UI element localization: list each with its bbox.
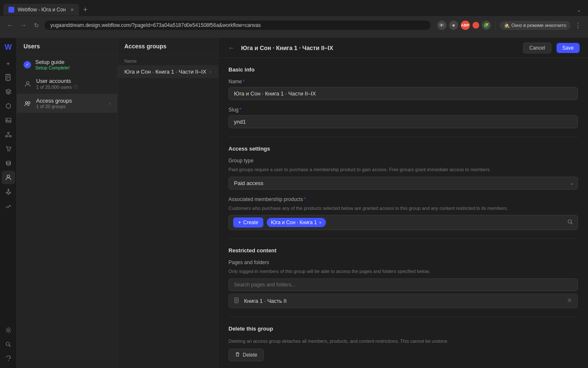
extension-red-icon[interactable]	[472, 22, 479, 29]
page-delete-button[interactable]	[567, 297, 572, 304]
svg-point-8	[10, 135, 11, 137]
user-accounts-title: User accounts	[36, 78, 110, 84]
browser-chrome: Webflow - Юга и Сон × + ⌄ ← → ↻ 👁 ★ ABP …	[0, 0, 588, 38]
group-type-label: Group type	[228, 158, 578, 164]
page-doc-icon	[234, 297, 240, 304]
incognito-button[interactable]: 🕵️ Окно в режиме инкогнито	[500, 21, 570, 30]
icon-rail: W +	[0, 38, 17, 368]
group-type-select-wrapper: Paid access Free access ⌄	[228, 177, 578, 190]
slug-required: *	[239, 107, 242, 113]
rail-webflow-logo[interactable]: W	[2, 40, 15, 54]
group-list-item[interactable]: Юга и Сон · Книга 1 · Части II–IX ›	[118, 65, 218, 78]
url-input[interactable]	[45, 21, 430, 30]
new-tab-button[interactable]: +	[81, 5, 90, 14]
section-divider-3	[228, 317, 578, 317]
svg-point-11	[6, 161, 10, 163]
membership-search-icon[interactable]	[567, 219, 573, 226]
create-plus-icon: +	[238, 220, 241, 225]
bookmark-icon[interactable]: ★	[449, 21, 458, 30]
tab-favicon	[8, 7, 14, 13]
main-header: ← Юга и Сон · Книга 1 · Части II–IX Canc…	[218, 38, 588, 58]
rail-layers-icon[interactable]	[2, 85, 15, 98]
setup-check-icon: ✓	[24, 61, 31, 69]
product-tag-close-button[interactable]: ×	[319, 220, 321, 225]
access-groups-chevron: ›	[109, 101, 110, 106]
svg-point-12	[7, 175, 10, 177]
group-type-form-group: Group type Paid groups require a user to…	[228, 158, 578, 190]
svg-point-16	[8, 189, 9, 191]
sidebar-item-access-groups[interactable]: Access groups 1 of 20 groups ›	[17, 94, 117, 113]
product-tag-name: Юга и Сон · Книга 1	[271, 220, 317, 225]
svg-point-13	[8, 193, 9, 195]
forward-nav-button[interactable]: →	[18, 21, 29, 30]
pages-form-group: Pages and folders Only logged-in members…	[228, 259, 578, 308]
membership-products-form-group: Associated membership products * Custome…	[228, 196, 578, 230]
main-content: ← Юга и Сон · Книга 1 · Части II–IX Canc…	[218, 38, 588, 368]
svg-point-21	[26, 101, 28, 103]
reload-button[interactable]: ↻	[32, 21, 41, 30]
delete-icon	[235, 352, 240, 358]
active-tab[interactable]: Webflow - Юга и Сон ×	[3, 4, 79, 16]
svg-point-20	[26, 82, 29, 84]
restricted-content-title: Restricted content	[228, 247, 578, 254]
create-label: Create	[243, 220, 258, 225]
rail-analytics-icon[interactable]	[2, 199, 15, 213]
access-groups-panel: Access groups Name Юга и Сон · Книга 1 ·…	[118, 38, 218, 368]
group-item-name: Юга и Сон · Книга 1 · Части II–IX	[124, 69, 210, 75]
rail-search-icon[interactable]	[2, 338, 15, 351]
section-divider-1	[228, 137, 578, 137]
pages-search-input[interactable]	[228, 278, 578, 291]
svg-rect-4	[6, 118, 11, 122]
rail-ecommerce-icon[interactable]	[2, 142, 15, 156]
address-bar: ← → ↻ 👁 ★ ABP 🧩 🕵️ Окно в режиме инкогни…	[0, 16, 588, 34]
group-type-select[interactable]: Paid access Free access	[228, 177, 578, 190]
sidebar-item-setup-guide[interactable]: ✓ Setup guide Setup Complete!	[17, 55, 117, 74]
tab-title: Webflow - Юга и Сон	[18, 7, 66, 13]
more-options-button[interactable]: ⋮	[573, 21, 583, 29]
rail-symbols-icon[interactable]	[2, 128, 15, 141]
svg-point-22	[28, 101, 30, 103]
membership-description: Customers who purchase any of the produc…	[228, 205, 578, 212]
sidebar-item-user-accounts-text: User accounts 1 of 20,000 users ⓘ	[36, 78, 110, 90]
rail-pages-icon[interactable]	[2, 71, 15, 84]
create-product-button[interactable]: + Create	[233, 217, 263, 228]
back-nav-button[interactable]: ←	[5, 21, 15, 30]
extensions-icon[interactable]: 🧩	[482, 21, 491, 30]
cancel-button[interactable]: Cancel	[523, 42, 551, 53]
name-required: *	[243, 79, 245, 85]
rail-integrations-icon[interactable]	[2, 185, 15, 199]
group-type-description: Paid groups require a user to purchase a…	[228, 166, 578, 173]
incognito-icon: 🕵️	[504, 23, 510, 28]
rail-add-button[interactable]: +	[2, 56, 15, 70]
rail-assets-icon[interactable]	[2, 114, 15, 127]
back-button[interactable]: ←	[227, 43, 236, 53]
svg-point-5	[7, 119, 8, 120]
user-accounts-sub: 1 of 20,000 users ⓘ	[36, 84, 110, 90]
privacy-icon[interactable]: 👁	[437, 21, 446, 30]
setup-guide-sub: Setup Complete!	[35, 65, 110, 70]
extension-abp-icon[interactable]: ABP	[461, 21, 470, 30]
delete-button[interactable]: Delete	[228, 349, 264, 361]
name-input[interactable]	[228, 87, 578, 100]
membership-required: *	[304, 196, 306, 202]
save-button[interactable]: Save	[556, 43, 580, 53]
rail-help-icon[interactable]	[2, 352, 15, 365]
rail-components-icon[interactable]	[2, 99, 15, 113]
access-groups-sub: 1 of 20 groups	[36, 104, 105, 109]
app-container: W +	[0, 38, 588, 368]
rail-settings-icon[interactable]	[2, 323, 15, 337]
delete-group-title: Delete this group	[228, 326, 578, 332]
panel-section-label: Name	[118, 55, 218, 65]
sidebar-item-setup-text: Setup guide Setup Complete!	[35, 59, 110, 70]
delete-description: Deleting an access group detaches all me…	[228, 338, 578, 345]
tab-close-button[interactable]: ×	[71, 6, 74, 13]
sidebar-item-user-accounts[interactable]: User accounts 1 of 20,000 users ⓘ	[17, 74, 117, 94]
svg-point-6	[8, 132, 9, 134]
rail-cms-icon[interactable]	[2, 156, 15, 170]
svg-point-18	[6, 342, 9, 346]
slug-input[interactable]	[228, 115, 578, 128]
tab-expand-button[interactable]: ⌄	[573, 5, 585, 15]
page-item: Книга 1 · Часть II	[228, 294, 578, 308]
access-groups-icon	[24, 99, 32, 108]
rail-users-icon[interactable]	[2, 171, 15, 184]
